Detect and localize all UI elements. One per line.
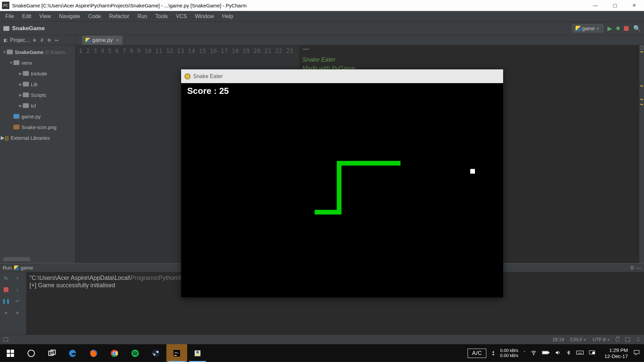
pygame-window[interactable]: Snake Eater Score : 25 — [181, 69, 503, 297]
stop-button[interactable] — [624, 26, 629, 31]
menu-help[interactable]: Help — [218, 12, 237, 21]
project-tree[interactable]: ▼ SnakeGame C:\Users ▼ venv ▶Include ▶Li… — [0, 45, 75, 257]
warning-mark[interactable] — [640, 51, 643, 52]
menu-view[interactable]: View — [35, 12, 55, 21]
hide-icon[interactable]: ↦ — [54, 38, 59, 43]
taskbar-chrome[interactable] — [104, 344, 125, 362]
python-icon — [86, 38, 90, 43]
expand-arrow-icon[interactable]: ▼ — [9, 61, 13, 65]
taskbar-firefox[interactable] — [83, 344, 104, 362]
expand-arrow-icon[interactable]: ▶ — [18, 82, 23, 86]
up-stack-icon[interactable]: ↑ — [14, 275, 21, 282]
taskbar-pycharm[interactable]: PC — [166, 344, 187, 362]
minimize-button[interactable]: — — [586, 0, 605, 11]
svg-rect-25 — [543, 352, 547, 353]
taskbar-clock[interactable]: 1:29 PM 12-Dec-17 — [604, 347, 628, 359]
down-stack-icon[interactable]: ↓ — [14, 286, 21, 293]
cortana-button[interactable] — [21, 344, 42, 362]
menu-tools[interactable]: Tools — [151, 12, 172, 21]
taskbar-steam[interactable] — [146, 344, 166, 362]
autoscroll-from-source-icon[interactable]: ⇵ — [39, 38, 45, 43]
expand-arrow-icon[interactable]: ▶ — [18, 104, 23, 108]
close-button[interactable]: ✕ — [625, 0, 644, 11]
keyboard-icon[interactable] — [576, 350, 584, 356]
tree-scripts[interactable]: ▶Scripts — [0, 89, 75, 100]
task-view-button[interactable] — [42, 344, 62, 362]
taskbar-python[interactable] — [187, 344, 208, 362]
settings-gear-icon[interactable]: ⚙ — [47, 38, 52, 43]
clock-time: 1:29 PM — [604, 347, 628, 353]
expand-arrow-icon[interactable]: ▼ — [2, 50, 7, 54]
tool-window-quick-access-icon[interactable] — [3, 338, 8, 342]
tray-expand-icon[interactable]: ˆ — [524, 351, 525, 356]
ac-indicator[interactable]: A/C — [468, 349, 486, 358]
pygame-titlebar[interactable]: Snake Eater — [181, 69, 503, 83]
volume-icon[interactable] — [555, 350, 561, 357]
read-only-lock-icon[interactable] — [616, 338, 619, 342]
network-speed[interactable]: 0.00 kB/s0.00 kB/s — [500, 348, 518, 358]
start-button[interactable] — [0, 344, 21, 362]
caret-position[interactable]: 18:19 — [552, 337, 564, 342]
run-configuration-selector[interactable]: game ▼ — [572, 24, 603, 33]
hide-icon[interactable]: — — [636, 265, 641, 270]
memory-indicator-icon[interactable] — [636, 337, 641, 342]
line-separator[interactable]: CRLF≑ — [570, 337, 587, 342]
search-everywhere-icon[interactable]: 🔍 — [633, 25, 641, 32]
expand-icon[interactable]: » — [3, 309, 9, 316]
maximize-button[interactable]: ▢ — [605, 0, 625, 11]
breadcrumb[interactable]: SnakeGame — [3, 25, 45, 32]
tree-lib[interactable]: ▶Lib — [0, 79, 75, 89]
soft-wrap-icon[interactable]: ↩ — [14, 298, 21, 304]
menu-code[interactable]: Code — [84, 12, 105, 21]
menu-window[interactable]: Window — [191, 12, 218, 21]
folder-icon — [23, 103, 29, 108]
debug-button[interactable]: ✸ — [615, 25, 621, 32]
autoscroll-to-source-icon[interactable]: ⊕ — [32, 38, 37, 43]
expand-arrow-icon[interactable]: ▶ — [18, 93, 23, 97]
menu-run[interactable]: Run — [133, 12, 151, 21]
tree-venv-label: venv — [21, 60, 32, 66]
inspection-profile-icon[interactable] — [625, 338, 630, 342]
stop-button[interactable] — [3, 286, 9, 293]
expand-arrow-icon[interactable]: ▶ — [1, 135, 5, 141]
editor-tab-gamepy[interactable]: game.py × — [82, 36, 122, 45]
tree-label: tcl — [31, 103, 36, 109]
tree-root-label: SnakeGame — [15, 49, 44, 55]
close-tab-icon[interactable]: × — [116, 38, 119, 43]
menu-refactor[interactable]: Refactor — [105, 12, 133, 21]
expand-arrow-icon[interactable]: ▶ — [18, 71, 23, 76]
taskbar-spotify[interactable] — [125, 344, 146, 362]
horizontal-scrollbar[interactable] — [3, 257, 30, 261]
expand-icon[interactable]: » — [14, 309, 21, 316]
taskbar-edge[interactable] — [62, 344, 83, 362]
project-view-icon[interactable]: ◧ — [3, 38, 8, 43]
warning-mark[interactable] — [640, 85, 643, 86]
tree-tcl[interactable]: ▶tcl — [0, 100, 75, 111]
pause-button[interactable]: ❚❚ — [3, 298, 9, 304]
menu-vcs[interactable]: VCS — [172, 12, 191, 21]
warning-mark[interactable] — [640, 104, 643, 105]
inspection-indicator-icon[interactable] — [640, 46, 643, 49]
battery-icon[interactable] — [542, 350, 549, 356]
menu-navigate[interactable]: Navigate — [55, 12, 84, 21]
tree-include[interactable]: ▶Include — [0, 68, 75, 79]
run-button[interactable]: ▶ — [607, 25, 612, 32]
tree-venv[interactable]: ▼ venv — [0, 57, 75, 68]
warning-mark[interactable] — [640, 99, 643, 100]
error-stripe[interactable] — [639, 45, 644, 263]
project-icon[interactable] — [589, 350, 595, 356]
rerun-button[interactable]: ↻ — [3, 275, 9, 282]
file-encoding[interactable]: UTF-8≑ — [592, 337, 610, 342]
settings-gear-icon[interactable]: ⚙ — [630, 265, 634, 271]
tree-gamepy[interactable]: game.py — [0, 111, 75, 122]
action-center-icon[interactable] — [633, 350, 640, 357]
tree-external-libs[interactable]: ▶ ||| External Libraries — [0, 132, 75, 143]
bluetooth-icon[interactable] — [566, 350, 571, 357]
game-canvas[interactable]: Score : 25 — [181, 83, 503, 297]
tree-label: Include — [31, 71, 47, 76]
wifi-icon[interactable] — [531, 350, 537, 357]
tree-snakeicon[interactable]: Snake-icon.png — [0, 122, 75, 132]
menu-edit[interactable]: Edit — [18, 12, 36, 21]
tree-root[interactable]: ▼ SnakeGame C:\Users — [0, 47, 75, 57]
menu-file[interactable]: File — [1, 12, 18, 21]
